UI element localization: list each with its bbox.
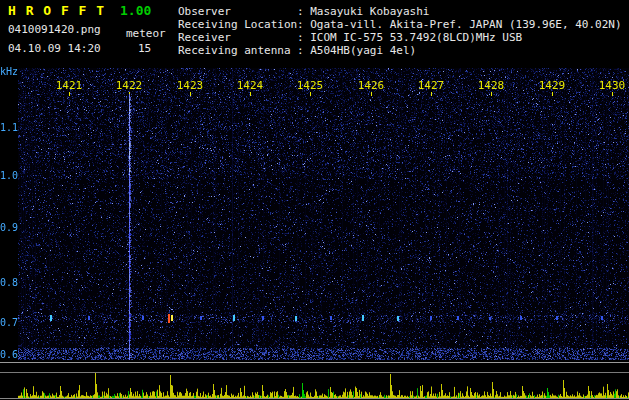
time-label: 1424 [237,79,264,92]
app-version: 1.00 [120,3,151,18]
output-filename: 0410091420.png [8,23,101,36]
info-row-antenna: Receiving antenna: A504HB(yagi 4el) [178,44,622,57]
info-row-receiver: Receiver: ICOM IC-575 53.7492(8LCD)MHz U… [178,31,622,44]
datetime-label: 04.10.09 14:20 [8,42,101,55]
hrofft-window: H R O F F T 1.00 0410091420.png meteor 0… [0,0,629,400]
time-label: 1425 [297,79,324,92]
info-value: : A504HB(yagi 4el) [297,44,416,57]
freq-label: 1.0 [0,170,18,181]
time-label: 1429 [539,79,566,92]
info-label: Receiving Location [178,18,297,31]
info-label: Observer [178,5,297,18]
info-value: : ICOM IC-575 53.7492(8LCD)MHz USB [297,31,522,44]
info-label: Receiver [178,31,297,44]
freq-label: 0.7 [0,317,18,328]
time-label: 1426 [358,79,385,92]
echo-count: 15 [138,42,151,55]
freq-label: 1.1 [0,122,18,133]
mode-label: meteor [126,27,166,40]
station-info: Observer: Masayuki Kobayashi Receiving L… [178,5,622,57]
time-label: 1428 [478,79,505,92]
freq-label: 0.8 [0,277,18,288]
info-row-observer: Observer: Masayuki Kobayashi [178,5,622,18]
freq-label: 0.9 [0,222,18,233]
info-label: Receiving antenna [178,44,297,57]
time-label: 1423 [177,79,204,92]
time-label: 1427 [418,79,445,92]
app-title: H R O F F T [8,3,105,18]
level-canvas [0,360,629,400]
freq-label: 0.6 [0,349,18,360]
time-label: 1430 [599,79,626,92]
info-value: : Ogata-vill. Akita-Pref. JAPAN (139.96E… [297,18,622,31]
freq-unit-label: kHz [0,66,18,77]
time-label: 1422 [116,79,143,92]
info-value: : Masayuki Kobayashi [297,5,429,18]
time-label: 1421 [56,79,83,92]
info-row-location: Receiving Location: Ogata-vill. Akita-Pr… [178,18,622,31]
spectrogram-canvas [18,68,629,360]
